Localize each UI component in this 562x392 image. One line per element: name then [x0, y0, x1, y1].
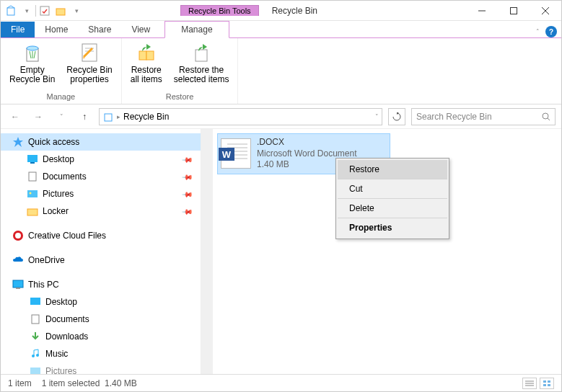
properties-qat-icon[interactable] — [38, 4, 52, 18]
context-tools-tab: Recycle Bin Tools — [180, 5, 259, 16]
title-bar: ▾ ▾ Recycle Bin Tools Recycle Bin — [1, 1, 561, 21]
tree-creative-cloud[interactable]: Creative Cloud Files — [1, 227, 201, 244]
word-file-icon: W — [221, 138, 251, 169]
svg-point-16 — [543, 113, 548, 119]
pc-icon — [12, 279, 24, 290]
svg-rect-1 — [40, 6, 49, 15]
svg-rect-27 — [16, 288, 20, 289]
svg-rect-29 — [32, 315, 39, 324]
svg-rect-0 — [7, 8, 14, 15]
collapse-ribbon-icon[interactable]: ˄ — [536, 28, 540, 35]
restore-selected-button[interactable]: Restore the selected items — [171, 40, 232, 91]
recycle-bin-properties-button[interactable]: Recycle Bin properties — [63, 40, 115, 91]
new-folder-qat-icon[interactable] — [53, 4, 68, 18]
qat-customize-icon[interactable]: ▾ — [69, 4, 84, 18]
address-bar: ← → ˅ ↑ ▸ Recycle Bin ˅ Search Recycle B… — [1, 104, 561, 129]
folder-icon — [27, 205, 38, 217]
search-input[interactable]: Search Recycle Bin — [411, 108, 556, 125]
forward-button[interactable]: → — [30, 108, 47, 125]
context-restore[interactable]: Restore — [338, 160, 447, 179]
ribbon: Empty Recycle Bin Recycle Bin properties… — [1, 38, 561, 104]
tree-desktop[interactable]: Desktop📌 — [1, 151, 201, 168]
context-properties[interactable]: Properties — [338, 218, 447, 237]
back-button[interactable]: ← — [6, 108, 24, 125]
address-path[interactable]: ▸ Recycle Bin ˅ — [99, 108, 382, 125]
svg-rect-15 — [105, 114, 112, 121]
svg-line-17 — [548, 118, 550, 120]
tree-locker[interactable]: Locker📌 — [1, 202, 201, 220]
tab-view[interactable]: View — [121, 22, 160, 37]
history-dropdown-icon[interactable]: ˅ — [53, 108, 70, 125]
search-icon — [542, 112, 550, 121]
tree-onedrive[interactable]: OneDrive — [1, 251, 201, 269]
tree-pc-desktop[interactable]: Desktop — [1, 293, 201, 311]
tab-manage[interactable]: Manage — [165, 22, 228, 37]
minimize-button[interactable] — [466, 1, 498, 21]
restore-all-button[interactable]: Restore all items — [128, 40, 165, 91]
pin-icon: 📌 — [182, 188, 193, 200]
svg-rect-12 — [139, 51, 146, 60]
tab-share[interactable]: Share — [78, 22, 121, 37]
empty-recycle-bin-button[interactable]: Empty Recycle Bin — [6, 40, 58, 91]
tab-file[interactable]: File — [1, 22, 35, 37]
recycle-bin-icon[interactable] — [4, 4, 18, 18]
status-selected: 1 item selected 1.40 MB — [42, 378, 137, 388]
restore-selected-icon — [190, 41, 213, 64]
refresh-button[interactable] — [388, 108, 405, 125]
tree-quick-access[interactable]: Quick access — [1, 133, 201, 151]
help-icon[interactable]: ? — [545, 26, 557, 37]
svg-rect-2 — [56, 9, 65, 15]
tree-pictures[interactable]: Pictures📌 — [1, 185, 201, 202]
view-details-button[interactable] — [522, 378, 537, 389]
svg-rect-37 — [548, 380, 550, 383]
context-delete[interactable]: Delete — [338, 199, 447, 218]
file-name: .DOCX — [257, 137, 357, 148]
tree-this-pc[interactable]: This PC — [1, 276, 201, 293]
context-cut[interactable]: Cut — [338, 179, 447, 199]
view-large-icons-button[interactable] — [540, 378, 554, 389]
tree-pc-downloads[interactable]: Downloads — [1, 328, 201, 345]
pin-icon: 📌 — [182, 153, 193, 165]
svg-point-22 — [30, 192, 32, 195]
close-button[interactable] — [530, 1, 561, 21]
tree-pc-documents[interactable]: Documents — [1, 311, 201, 328]
documents-icon — [27, 171, 38, 182]
ribbon-group-manage: Empty Recycle Bin Recycle Bin properties… — [1, 38, 122, 104]
path-dropdown-icon[interactable]: ˅ — [375, 113, 379, 120]
music-icon — [30, 348, 41, 360]
cc-icon — [12, 230, 24, 241]
svg-rect-21 — [27, 190, 38, 197]
svg-point-25 — [15, 233, 21, 239]
maximize-button[interactable] — [498, 1, 530, 21]
svg-rect-20 — [29, 172, 36, 181]
navigation-tree: Quick access Desktop📌 Documents📌 Picture… — [1, 129, 201, 381]
svg-rect-23 — [27, 209, 38, 215]
svg-rect-38 — [543, 384, 546, 386]
tree-documents[interactable]: Documents📌 — [1, 168, 201, 185]
svg-point-30 — [32, 355, 35, 357]
svg-point-8 — [27, 46, 38, 50]
properties-sheet-icon — [78, 41, 101, 64]
onedrive-icon — [12, 254, 24, 266]
recycle-bin-path-icon — [102, 111, 114, 122]
svg-rect-4 — [511, 7, 517, 14]
svg-rect-26 — [13, 280, 23, 288]
tree-pc-music[interactable]: Music — [1, 345, 201, 362]
svg-rect-18 — [27, 155, 38, 162]
restore-all-icon — [135, 41, 158, 64]
tab-home[interactable]: Home — [35, 22, 78, 37]
pin-icon: 📌 — [182, 171, 193, 182]
tree-scrollbar[interactable] — [201, 129, 213, 381]
quick-access-toolbar: ▾ ▾ — [1, 4, 87, 18]
status-bar: 1 item 1 item selected 1.40 MB — [1, 374, 561, 391]
desktop-icon — [27, 153, 38, 165]
window-title: Recycle Bin — [272, 6, 317, 16]
ribbon-group-restore: Restore all items Restore the selected i… — [122, 38, 239, 104]
svg-point-31 — [36, 354, 39, 357]
documents-icon — [30, 313, 41, 325]
dropdown-icon[interactable]: ▾ — [19, 4, 34, 18]
status-item-count: 1 item — [8, 378, 32, 388]
pictures-icon — [27, 188, 38, 200]
up-button[interactable]: ↑ — [76, 108, 93, 125]
svg-rect-13 — [146, 51, 154, 60]
